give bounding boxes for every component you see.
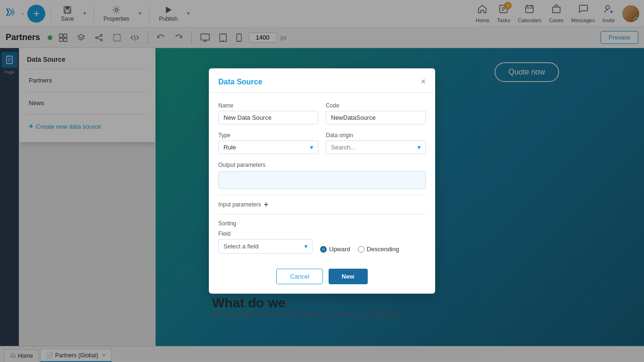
type-origin-row: Type Rule Query Service ▼ Data origin — [218, 132, 426, 154]
data-origin-group: Data origin ▼ — [326, 132, 426, 154]
modal-title: Data Source — [218, 78, 262, 86]
name-label: Name — [218, 102, 318, 109]
field-label: Field — [218, 230, 426, 237]
output-params-area[interactable] — [218, 171, 426, 189]
upward-radio[interactable] — [320, 246, 327, 253]
descending-radio[interactable] — [358, 246, 364, 253]
type-select-wrap: Rule Query Service ▼ — [218, 140, 318, 154]
modal-header: Data Source × — [209, 68, 435, 93]
input-params-header: Input parameters + — [218, 201, 426, 208]
field-select[interactable]: Select a field — [218, 239, 313, 254]
modal-close-button[interactable]: × — [421, 77, 426, 87]
type-select[interactable]: Rule Query Service — [218, 140, 318, 154]
name-input[interactable] — [218, 111, 318, 124]
modal-body: Name Code Type Rule Query Service — [209, 93, 435, 263]
descending-radio-label[interactable]: Descending — [358, 246, 399, 253]
code-group: Code — [326, 102, 426, 124]
upward-radio-label[interactable]: Upward — [320, 246, 350, 253]
new-button[interactable]: New — [329, 269, 368, 284]
sorting-label: Sorting — [218, 220, 426, 227]
modal-footer: Cancel New — [209, 263, 435, 294]
sorting-section: Sorting Field Select a field ▼ Upward — [218, 220, 426, 254]
descending-label: Descending — [367, 246, 399, 253]
data-origin-input[interactable] — [326, 140, 426, 154]
data-origin-label: Data origin — [326, 132, 426, 139]
data-origin-wrap: ▼ — [326, 140, 426, 154]
datasource-modal: Data Source × Name Code Type — [209, 68, 435, 294]
modal-overlay: Data Source × Name Code Type — [0, 0, 644, 362]
name-group: Name — [218, 102, 318, 124]
type-label: Type — [218, 132, 318, 139]
upward-label: Upward — [329, 246, 350, 253]
input-params-label: Input parameters — [218, 201, 261, 208]
modal-divider-1 — [218, 195, 426, 195]
type-group: Type Rule Query Service ▼ — [218, 132, 318, 154]
code-label: Code — [326, 102, 426, 109]
add-input-param-btn[interactable]: + — [264, 201, 268, 208]
name-code-row: Name Code — [218, 102, 426, 124]
code-input[interactable] — [326, 111, 426, 124]
output-params-label: Output parameters — [218, 162, 426, 168]
cancel-button[interactable]: Cancel — [276, 269, 322, 284]
select-field-wrap: Select a field ▼ — [218, 239, 313, 254]
sort-direction-group: Upward Descending — [320, 246, 399, 253]
modal-divider-2 — [218, 214, 426, 214]
